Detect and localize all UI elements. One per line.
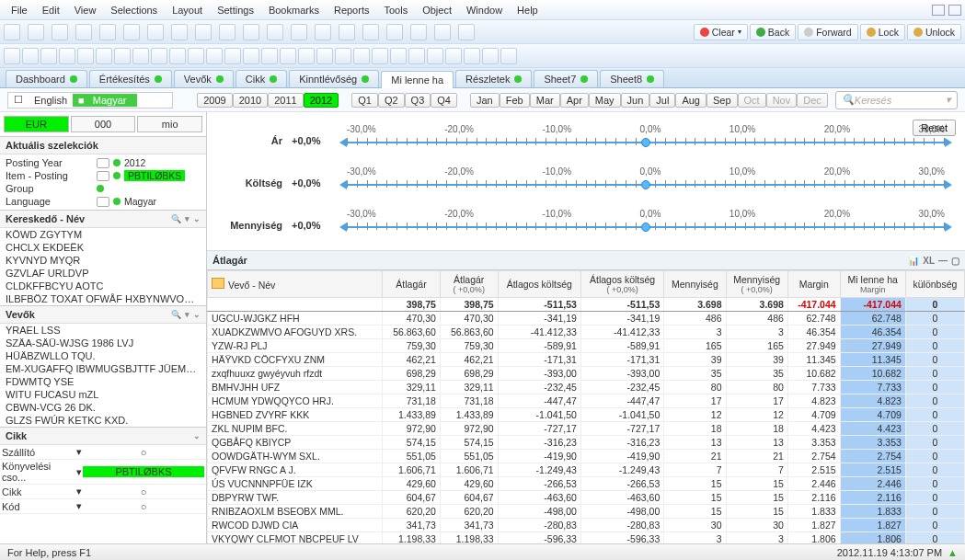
tb-btn[interactable] [390, 48, 407, 64]
tb-btn[interactable] [372, 48, 388, 64]
menu-layout[interactable]: Layout [165, 3, 210, 17]
tb-btn[interactable] [123, 24, 140, 40]
excel-icon[interactable]: XL [923, 256, 935, 266]
q-Q4[interactable]: Q4 [431, 93, 457, 108]
vevok-item[interactable]: GLZS FWÚR KETKC KXD. [0, 414, 206, 427]
tb-btn[interactable] [22, 48, 39, 64]
tab-Részletek[interactable]: Részletek [455, 70, 532, 87]
tb-btn[interactable] [52, 24, 68, 40]
data-grid[interactable]: Vevő - NévÁtlagárÁtlagár( +0,0%)Átlagos … [207, 270, 965, 543]
search-icon[interactable]: 🔍 [171, 214, 181, 223]
tb-btn[interactable] [75, 24, 92, 40]
tb-btn[interactable] [224, 48, 241, 64]
tab-Sheet8[interactable]: Sheet8 [600, 70, 664, 87]
table-row[interactable]: zxqfhuuxz gwyéyvuh rfzdt698,29698,29-393… [208, 367, 965, 381]
clear-button[interactable]: Clear▾ [694, 24, 748, 40]
keresk-item[interactable]: KYVNYD MYQR [0, 254, 206, 267]
tb-btn[interactable] [151, 48, 167, 64]
keresk-item[interactable]: GZVLAF URLDVP [0, 267, 206, 280]
tb-btn[interactable] [316, 48, 333, 64]
m-May[interactable]: May [589, 93, 621, 108]
max-icon[interactable]: ▢ [951, 256, 959, 266]
table-row[interactable]: ZKL NUPIM BFC.972,90972,90-727,17-727,17… [208, 422, 965, 436]
menu-help[interactable]: Help [510, 3, 546, 17]
m-Feb[interactable]: Feb [500, 93, 530, 108]
tb-btn[interactable] [410, 24, 427, 40]
tb-btn[interactable] [188, 48, 204, 64]
m-Dec[interactable]: Dec [797, 93, 828, 108]
tb-btn[interactable] [315, 24, 331, 40]
tb-btn[interactable] [335, 48, 351, 64]
table-row[interactable]: YZW-RJ PLJ759,30759,30-589,91-589,911651… [208, 339, 965, 353]
tb-btn[interactable] [339, 24, 355, 40]
cikk-row[interactable]: Kód▾○ [0, 499, 206, 514]
menu-settings[interactable]: Settings [210, 3, 261, 17]
tb-btn[interactable] [99, 24, 116, 40]
tab-Sheet7[interactable]: Sheet7 [534, 70, 598, 87]
keresk-item[interactable]: CHCLX EKDEËK [0, 241, 206, 254]
m-Oct[interactable]: Oct [738, 93, 766, 108]
tb-btn[interactable] [243, 48, 259, 64]
tb-btn[interactable] [96, 48, 112, 64]
table-row[interactable]: QFVFW RNGC A J.1.606,711.606,71-1.249,43… [208, 463, 965, 477]
vevok-item[interactable]: FDWMTQ YSE [0, 375, 206, 388]
menu-edit[interactable]: Edit [35, 3, 67, 17]
tb-btn[interactable] [171, 24, 188, 40]
search-icon[interactable]: 🔍 [171, 310, 181, 319]
tb-btn[interactable] [132, 48, 149, 64]
tb-btn[interactable] [219, 24, 236, 40]
back-button[interactable]: Back [750, 24, 796, 40]
menu-selections[interactable]: Selections [103, 3, 165, 17]
m-Mar[interactable]: Mar [530, 93, 560, 108]
language-selector[interactable]: ☐English ■ Magyar [7, 92, 173, 109]
m-Aug[interactable]: Aug [675, 93, 707, 108]
table-row[interactable]: HGBNED ZVYRF KKK1.433,891.433,89-1.041,5… [208, 408, 965, 422]
table-row[interactable]: RNIBZAOXLM BSEOBX MML.620,20620,20-498,0… [208, 505, 965, 519]
tb-btn[interactable] [4, 24, 20, 40]
tb-btn[interactable] [243, 24, 259, 40]
tb-btn[interactable] [408, 48, 425, 64]
tb-btn[interactable] [280, 48, 296, 64]
min-button[interactable] [932, 5, 945, 16]
tb-btn[interactable] [261, 48, 278, 64]
tb-btn[interactable] [386, 24, 403, 40]
vevok-item[interactable]: CBWN-VCG 26 DK. [0, 401, 206, 414]
tb-btn[interactable] [77, 48, 94, 64]
year-2010[interactable]: 2010 [233, 93, 268, 108]
tb-btn[interactable] [464, 48, 480, 64]
menu-bookmarks[interactable]: Bookmarks [261, 3, 327, 17]
tab-Értékesítés[interactable]: Értékesítés [89, 70, 172, 87]
tb-btn[interactable] [445, 48, 462, 64]
table-row[interactable]: DBPYRW TWF.604,67604,67-463,60-463,60151… [208, 491, 965, 505]
min-icon[interactable]: — [938, 256, 948, 266]
cikk-row[interactable]: Könyvelési cso...▾PBTILØBKS [0, 460, 206, 485]
menu-object[interactable]: Object [415, 3, 459, 17]
table-row[interactable]: OOWDGÄTH-WYM SXL.551,05551,05-419,90-419… [208, 450, 965, 463]
tb-btn[interactable] [427, 48, 443, 64]
unlock-button[interactable]: Unlock [907, 24, 961, 40]
tab-Mi lenne ha[interactable]: Mi lenne ha [381, 71, 454, 88]
tb-btn[interactable] [482, 48, 499, 64]
q-Q3[interactable]: Q3 [405, 93, 431, 108]
table-row[interactable]: VKYQWY CLFMOT NBCPEUF LV1.198,331.198,33… [208, 532, 965, 544]
table-row[interactable]: QGBÅFQ KBIYCP574,15574,15-316,23-316,231… [208, 436, 965, 450]
slider-Mennyiség[interactable]: Mennyiség+0,0%-30,0%-20,0%-10,0%0,0%10,0… [218, 204, 954, 246]
cur-EUR[interactable]: EUR [4, 116, 69, 132]
year-2009[interactable]: 2009 [197, 93, 232, 108]
sel-row[interactable]: Posting Year2012 [6, 156, 201, 169]
tb-btn[interactable] [434, 24, 451, 40]
tab-Dashboard[interactable]: Dashboard [6, 70, 87, 87]
tb-btn[interactable] [500, 48, 517, 64]
tb-btn[interactable] [206, 48, 223, 64]
tb-btn[interactable] [458, 24, 475, 40]
lock-button[interactable]: Lock [860, 24, 905, 40]
tb-btn[interactable] [267, 24, 283, 40]
vevok-item[interactable]: EM-XUGAFFQ IBWMUGSBJTTF JÜEMXCJIBÉO KPP [0, 362, 206, 375]
tb-btn[interactable] [169, 48, 186, 64]
slider-Költség[interactable]: Költség+0,0%-30,0%-20,0%-10,0%0,0%10,0%2… [218, 162, 954, 204]
tab-Kinntlévőség[interactable]: Kinntlévőség [289, 70, 379, 87]
tb-btn[interactable] [291, 24, 307, 40]
table-row[interactable]: HCMUM YDWQQYCO HRJ.731,18731,18-447,47-4… [208, 394, 965, 408]
menu-reports[interactable]: Reports [327, 3, 377, 17]
keresk-item[interactable]: ILBFBÖZ TOXAT OFWÅF HXBYNWVORSNNW [0, 292, 206, 305]
